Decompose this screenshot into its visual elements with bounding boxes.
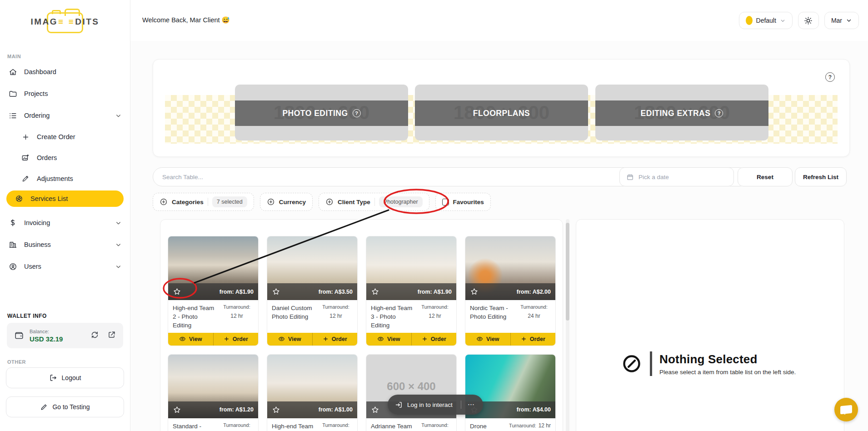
view-button[interactable]: View [168, 333, 213, 346]
logo-letter-e-icon: ≡ [69, 17, 75, 27]
eye-icon [476, 336, 483, 342]
filter-label: Currency [279, 199, 306, 205]
turnaround-label: Turnaround: [418, 422, 452, 428]
service-card[interactable]: from: A$1.00 High-end Team 1 - Photo Edi… [267, 354, 358, 431]
sidebar-item-label: Create Order [37, 133, 75, 140]
favourite-star-icon[interactable] [272, 287, 280, 296]
services-grid: from: A$1.90 High-end Team 2 - Photo Edi… [160, 220, 563, 431]
logout-button[interactable]: Logout [6, 367, 124, 388]
sidebar-item-label: Services List [30, 195, 68, 202]
order-label: Order [233, 336, 248, 342]
view-button[interactable]: View [267, 333, 312, 346]
filter-favourites[interactable]: Favourites [435, 193, 491, 211]
view-button[interactable]: View [465, 333, 510, 346]
chevron-down-icon [115, 241, 122, 248]
filter-client-type[interactable]: Client Type Photographer [319, 193, 429, 211]
service-card[interactable]: from: A$3.50 Daniel Custom Photo Editing… [267, 236, 358, 346]
more-options[interactable]: ⋯ [466, 401, 477, 409]
service-card[interactable]: from: A$2.00 Nordic Team - Photo Editing… [465, 236, 556, 346]
order-button[interactable]: Order [312, 333, 358, 346]
filter-currency[interactable]: Currency [260, 193, 313, 211]
workspace-label: Default [756, 17, 776, 24]
filter-categories[interactable]: Categories 7 selected [153, 193, 254, 211]
service-image: from: A$1.20 [168, 355, 258, 418]
sidebar-section-main: MAIN [7, 54, 123, 59]
chat-widget-button[interactable] [834, 398, 858, 421]
sidebar-item-label: Users [24, 263, 41, 270]
service-title: Standard - Photo Editing [173, 422, 217, 431]
refresh-list-button[interactable]: Refresh List [795, 167, 847, 186]
service-title: High-end Team 3 - Photo Editing [371, 304, 415, 330]
service-card[interactable]: from: A$1.20 Standard - Photo Editing Tu… [168, 354, 259, 431]
favourite-star-icon[interactable] [371, 287, 379, 296]
turnaround-label: Turnaround: [319, 422, 353, 428]
service-card[interactable]: from: A$1.90 High-end Team 3 - Photo Edi… [366, 236, 457, 346]
welcome-message: Welcome Back, Mar Client 😅 [142, 16, 230, 24]
filter-label: Client Type [338, 199, 370, 205]
date-picker[interactable]: Pick a date [619, 167, 734, 186]
order-button[interactable]: Order [411, 333, 457, 346]
banner-tile-floorplans[interactable]: 1800 × 600 FLOORPLANS [415, 85, 588, 140]
chevron-down-icon [115, 263, 122, 270]
pencil-icon [21, 174, 30, 183]
service-card[interactable]: from: A$4.00 Drone Editing Turnaround:12… [465, 354, 556, 431]
sidebar-item-ordering[interactable]: Ordering [0, 105, 130, 126]
reset-button[interactable]: Reset [738, 167, 793, 186]
app-logo[interactable]: IMAG≡≡DITS [0, 0, 130, 44]
turnaround-label: Turnaround: [509, 423, 536, 428]
go-to-testing-label: Go to Testing [52, 403, 90, 411]
filter-chips: Categories 7 selected Currency Client Ty… [153, 193, 491, 211]
favourite-star-icon[interactable] [371, 406, 379, 414]
home-icon [8, 67, 17, 76]
sidebar-item-services-list[interactable]: Services List [6, 190, 124, 207]
sidebar-item-users[interactable]: Users [0, 256, 130, 277]
refresh-balance-icon[interactable] [90, 331, 99, 341]
theme-toggle-button[interactable] [798, 12, 819, 29]
banner-tile-editing-extras[interactable]: 1800 × 600 EDITING EXTRAS ? [595, 85, 768, 140]
question-circle-icon: ? [353, 109, 361, 117]
list-scrollbar-thumb[interactable] [566, 223, 569, 321]
sidebar-item-create-order[interactable]: Create Order [0, 126, 130, 147]
turnaround-value: 12 hr [220, 313, 254, 319]
main-content: ? 1800 × 600 PHOTO EDITING ? 1800 × 600 … [130, 41, 868, 431]
favourite-star-icon[interactable] [272, 406, 280, 414]
eye-icon [377, 336, 384, 342]
sidebar-item-dashboard[interactable]: Dashboard [0, 61, 130, 83]
dollar-icon [8, 218, 17, 227]
sidebar-item-business[interactable]: Business [0, 234, 130, 256]
service-title: High-end Team 1 - Photo Editing [272, 422, 316, 431]
external-link-icon[interactable] [107, 331, 116, 341]
turnaround-label: Turnaround: [418, 304, 452, 310]
favourite-star-icon[interactable] [173, 287, 181, 296]
favourite-star-icon[interactable] [173, 406, 181, 414]
sidebar-item-invoicing[interactable]: Invoicing [0, 212, 130, 234]
sidebar: IMAG≡≡DITS MAIN Dashboard Projects Order… [0, 0, 130, 431]
service-card[interactable]: from: A$1.90 High-end Team 2 - Photo Edi… [168, 236, 259, 346]
banner-tile-photo-editing[interactable]: 1800 × 600 PHOTO EDITING ? [235, 85, 408, 140]
workspace-selector[interactable]: Default [739, 12, 793, 29]
favourite-star-icon[interactable] [470, 287, 479, 296]
plus-icon [521, 336, 527, 342]
help-icon[interactable]: ? [825, 72, 835, 82]
order-button[interactable]: Order [510, 333, 556, 346]
folder-icon [8, 89, 17, 98]
view-button[interactable]: View [366, 333, 411, 346]
filter-badge: Photographer [379, 196, 423, 207]
detail-panel: Nothing Selected Please select a item fr… [576, 219, 844, 431]
sidebar-item-orders[interactable]: Orders [0, 147, 130, 168]
user-menu[interactable]: Mar [824, 12, 859, 29]
service-image: from: A$3.50 [267, 236, 357, 300]
turnaround-label: Turnaround: [220, 304, 254, 310]
tile-label: EDITING EXTRAS [641, 109, 711, 118]
plus-icon [422, 336, 428, 342]
service-card[interactable]: 600 × 400 Adrianne Team - 3 Turnaround:1… [366, 354, 457, 431]
plus-circle-icon [267, 198, 275, 206]
list-scrollbar-track[interactable] [566, 219, 569, 431]
sidebar-item-projects[interactable]: Projects [0, 83, 130, 105]
favourites-checkbox[interactable] [442, 199, 449, 205]
go-to-testing-button[interactable]: Go to Testing [6, 396, 124, 417]
order-button[interactable]: Order [213, 333, 259, 346]
turnaround-value: 12 hr [539, 422, 551, 429]
sidebar-item-adjustments[interactable]: Adjustments [0, 168, 130, 189]
login-to-interact-tooltip[interactable]: Log in to interact ⋯ [388, 395, 483, 415]
